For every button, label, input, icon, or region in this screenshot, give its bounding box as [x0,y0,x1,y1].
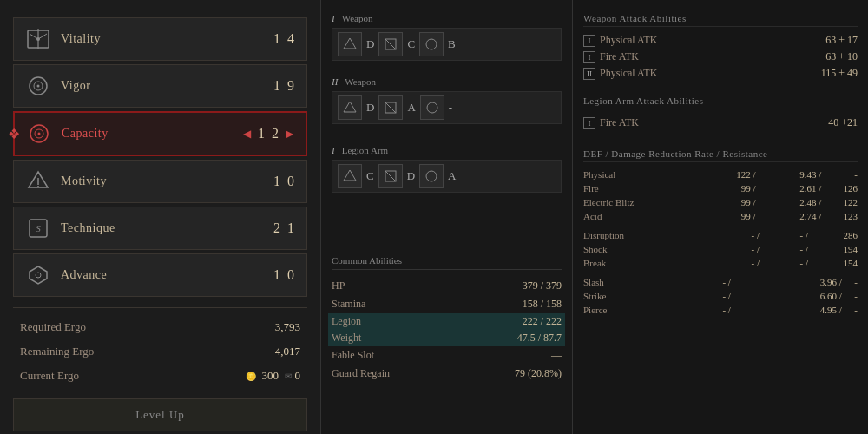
advance-icon [24,261,52,289]
common-abilities-section: Common Abilities HP 379 / 379 Stamina 15… [332,255,562,383]
stat-name-vitality: Vitality [61,32,273,46]
weapon-2-slot-1 [338,95,362,120]
weapon-2-slots[interactable]: D A - [332,91,562,124]
legion-attack-header: Legion Arm Attack Abilities [583,95,858,109]
stat-name-technique: Technique [61,221,273,235]
legion-slot-3 [419,164,444,188]
weapons-container: I Weapon D C B [332,13,562,203]
required-ergo-row: Required Ergo 3,793 [13,315,307,339]
def-slash: Slash - / 3.96 / - [583,275,858,289]
weapon-1-slot-3 [419,32,444,56]
def-shock: Shock - / - / 194 [583,242,858,256]
stat-name-capacity: Capacity [62,127,243,141]
svg-line-28 [385,171,396,181]
technique-icon: S [24,214,52,242]
capacity-arrow-left[interactable]: ◀ [243,128,253,141]
weapon-attack-header: Weapon Attack Abilities [583,13,858,27]
svg-point-25 [427,102,437,113]
svg-point-10 [38,133,41,135]
def-acid: Acid 99 / 2.74 / 123 [583,209,858,223]
svg-marker-26 [344,170,356,181]
legion-arm-section: I Legion Arm C D A [332,145,562,193]
svg-point-13 [37,186,39,187]
stat-row-advance[interactable]: Advance 1 0 [13,253,307,297]
legion-arm-slots[interactable]: C D A [332,160,562,193]
status-table: Disruption - / - / 286 Shock - / - / 194… [583,228,858,270]
slash-table: Slash - / 3.96 / - Strike - / 6.60 / - P… [583,275,858,317]
weapon-2-slot-3 [420,95,444,120]
capacity-icon [25,120,53,148]
def-fire: Fire 99 / 2.61 / 126 [583,181,858,195]
remaining-ergo-val: 4,017 [275,345,300,358]
capacity-arrow-right[interactable]: ▶ [286,128,295,141]
stat-value-motivity: 1 0 [273,174,296,189]
level-up-button[interactable]: Level Up [13,398,307,431]
stat-name-vigor: Vigor [61,79,273,93]
stat-value-technique: 2 1 [273,220,296,236]
weapon-1-section: I Weapon D C B [332,13,562,61]
current-ergo-label: Current Ergo [20,369,79,383]
legion-attack-section: Legion Arm Attack Abilities I Fire ATK 4… [583,95,858,131]
def-strike: Strike - / 6.60 / - [583,289,858,303]
def-break: Break - / - / 154 [583,256,858,270]
legion-arm-label: I Legion Arm [332,145,562,155]
stat-row-vitality[interactable]: Vitality 1 4 [13,17,307,61]
remaining-ergo-row: Remaining Ergo 4,017 [13,339,307,364]
slash-section: Slash - / 3.96 / - Strike - / 6.60 / - P… [583,275,858,317]
stat-value-capacity: ◀ 1 2 ▶ [243,126,295,141]
svg-line-24 [385,102,396,113]
ability-fable: Fable Slot — [332,346,562,365]
legion-attack-row-1: I Fire ATK 40 +21 [583,115,858,131]
svg-point-29 [426,171,437,181]
ability-legion: Legion 222 / 222 [328,313,565,330]
right-panel: Weapon Attack Abilities I Physical ATK 6… [573,0,868,434]
ergo-section: Required Ergo 3,793 Remaining Ergo 4,017… [13,307,307,388]
weapon-2-label: II Weapon [332,76,562,87]
vigor-icon [24,72,52,100]
svg-point-4 [36,37,40,41]
def-pierce: Pierce - / 4.95 / - [583,303,858,317]
stat-value-vitality: 1 4 [273,31,296,47]
attack-row-3: II Physical ATK 115 + 49 [583,65,858,82]
stat-name-advance: Advance [61,268,273,282]
current-ergo-val: 🪙 300 ✉ 0 [246,369,300,383]
def-electric: Electric Blitz 99 / 2.48 / 122 [583,195,858,209]
attack-row-2: I Fire ATK 63 + 10 [583,49,858,65]
stat-row-vigor[interactable]: Vigor 1 9 [13,64,307,108]
weapon-1-label: I Weapon [332,13,562,23]
svg-point-17 [36,273,41,278]
weapon-1-slot-2 [378,32,403,56]
stat-row-technique[interactable]: S Technique 2 1 [13,207,307,250]
level-indicator: ❖ [8,126,20,142]
legion-slot-1 [338,164,362,188]
stat-row-motivity[interactable]: Motivity 1 0 [13,160,307,203]
ability-weight: Weight 47.5 / 87.7 [328,330,565,346]
attack-row-1: I Physical ATK 63 + 17 [583,32,858,49]
def-section-header: DEF / Damage Reduction Rate / Resistance [583,148,858,162]
def-disruption: Disruption - / - / 286 [583,228,858,242]
svg-point-7 [37,85,40,88]
stat-value-advance: 1 0 [273,267,296,283]
weapon-attack-section: Weapon Attack Abilities I Physical ATK 6… [583,13,858,82]
motivity-icon [24,168,52,195]
def-physical: Physical 122 / 9.43 / - [583,168,858,181]
required-ergo-val: 3,793 [275,320,300,334]
stat-row-capacity[interactable]: ❖ Capacity ◀ 1 2 ▶ [13,111,307,156]
required-ergo-label: Required Ergo [20,320,86,334]
def-table: Physical 122 / 9.43 / - Fire 99 / 2.61 /… [583,168,858,223]
svg-text:S: S [36,223,41,233]
weapon-2-slot-2 [378,95,403,120]
stat-name-motivity: Motivity [61,174,273,188]
ability-guard-regain: Guard Regain 79 (20.8%) [332,365,562,383]
left-panel: Vitality 1 4 Vigor 1 9 ❖ [0,0,321,434]
def-section: DEF / Damage Reduction Rate / Resistance… [583,148,858,223]
status-section: Disruption - / - / 286 Shock - / - / 194… [583,228,858,270]
svg-marker-22 [344,102,356,112]
svg-marker-16 [30,266,47,284]
common-abilities-header: Common Abilities [332,255,562,270]
svg-line-20 [385,39,396,49]
ability-stamina: Stamina 158 / 158 [332,295,562,313]
weapon-1-slots[interactable]: D C B [332,28,562,61]
middle-panel: I Weapon D C B [321,0,573,434]
vitality-icon [24,25,52,53]
